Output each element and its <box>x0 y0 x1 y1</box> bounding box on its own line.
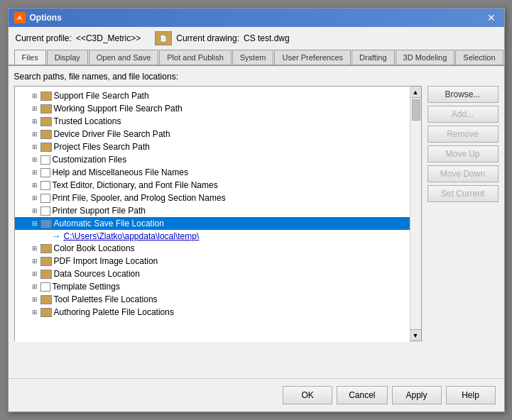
tree-item-help[interactable]: ⊞ Help and Miscellaneous File Names <box>15 166 410 179</box>
tree-container[interactable]: ⊞ Support File Search Path ⊞ Working Sup… <box>15 87 410 342</box>
tree-item-data[interactable]: ⊞ Data Sources Location <box>15 267 410 280</box>
tree-item-printer[interactable]: ⊞ Printer Support File Path <box>15 204 410 217</box>
tree-item-trusted[interactable]: ⊞ Trusted Locations <box>15 115 410 128</box>
tree-item-text[interactable]: ⊞ Text Editor, Dictionary, and Font File… <box>15 179 410 192</box>
label-text: Text Editor, Dictionary, and Font File N… <box>53 180 218 190</box>
tree-scrollbar[interactable]: ▲ ▼ <box>410 87 421 341</box>
tree-item-colorbook[interactable]: ⊞ Color Book Locations <box>15 242 410 255</box>
tree-item-toolpalettes[interactable]: ⊞ Tool Palettes File Locations <box>15 293 410 306</box>
folder-icon-project <box>40 143 52 152</box>
tab-files[interactable]: Files <box>14 50 46 66</box>
label-support: Support File Search Path <box>54 91 149 101</box>
label-template: Template Settings <box>53 282 120 292</box>
expand-icon-template[interactable]: ⊞ <box>29 281 40 292</box>
tab-system[interactable]: System <box>232 50 274 65</box>
current-profile-section: Current profile: <<C3D_Metric>> <box>16 33 141 43</box>
tab-drafting[interactable]: Drafting <box>352 50 395 65</box>
expand-icon-custom[interactable]: ⊞ <box>29 154 40 165</box>
tab-open-save[interactable]: Open and Save <box>89 50 158 65</box>
button-panel: Browse... Add... Remove Move Up Move Dow… <box>427 86 499 367</box>
current-profile-label: Current profile: <box>16 33 72 43</box>
autosave-path-value: C:\Users\Zlatko\appdata\local\temp\ <box>64 231 200 241</box>
set-current-button[interactable]: Set Current <box>427 185 499 202</box>
current-drawing-label: Current drawing: <box>176 33 239 43</box>
expand-icon-print[interactable]: ⊞ <box>29 192 40 204</box>
label-authoring: Authoring Palette File Locations <box>54 307 174 317</box>
move-down-button[interactable]: Move Down <box>427 165 499 182</box>
tree-item-working[interactable]: ⊞ Working Support File Search Path <box>15 102 410 115</box>
label-print: Print File, Spooler, and Prolog Section … <box>53 193 226 203</box>
tree-item-device[interactable]: ⊞ Device Driver File Search Path <box>15 128 410 140</box>
folder-icon-trusted <box>40 117 52 126</box>
ok-button[interactable]: OK <box>283 386 332 404</box>
drawing-icon: 📄 <box>155 31 172 45</box>
tree-item-pdf[interactable]: ⊞ PDF Import Image Location <box>15 255 410 267</box>
tabs-bar: Files Display Open and Save Plot and Pub… <box>9 50 504 66</box>
expand-icon-help[interactable]: ⊞ <box>29 167 40 178</box>
titlebar-left: A Options <box>14 12 62 23</box>
tab-3d-modeling[interactable]: 3D Modeling <box>396 50 455 65</box>
file-icon-printer <box>40 206 50 216</box>
expand-icon-toolpalettes[interactable]: ⊞ <box>29 294 40 305</box>
expand-icon-device[interactable]: ⊞ <box>29 128 40 140</box>
label-custom: Customization Files <box>53 155 127 165</box>
tree-item-autosave-path[interactable]: → C:\Users\Zlatko\appdata\local\temp\ <box>15 230 410 242</box>
label-data: Data Sources Location <box>54 269 140 279</box>
apply-button[interactable]: Apply <box>392 386 442 404</box>
app-icon: A <box>14 12 26 23</box>
tab-plot-publish[interactable]: Plot and Publish <box>159 50 232 65</box>
label-colorbook: Color Book Locations <box>54 243 135 253</box>
label-device: Device Driver File Search Path <box>54 129 170 139</box>
tree-item-support[interactable]: ⊞ Support File Search Path <box>15 89 410 102</box>
file-icon-text <box>40 181 50 190</box>
move-up-button[interactable]: Move Up <box>427 145 499 162</box>
expand-icon-text[interactable]: ⊞ <box>29 179 40 191</box>
profile-bar: Current profile: <<C3D_Metric>> 📄 Curren… <box>9 27 504 50</box>
expand-icon-printer[interactable]: ⊞ <box>29 205 40 216</box>
close-button[interactable]: ✕ <box>484 12 499 23</box>
tab-display[interactable]: Display <box>47 50 88 65</box>
file-icon-template <box>40 282 50 292</box>
label-help: Help and Miscellaneous File Names <box>53 167 188 177</box>
folder-icon-pdf <box>40 257 52 266</box>
folder-icon-device <box>40 130 52 139</box>
scroll-down-btn[interactable]: ▼ <box>410 329 421 341</box>
expand-icon-project[interactable]: ⊞ <box>29 141 40 153</box>
expand-icon-working[interactable]: ⊞ <box>29 103 40 114</box>
expand-icon-authoring[interactable]: ⊞ <box>29 306 40 318</box>
tree-item-project[interactable]: ⊞ Project Files Search Path <box>15 140 410 153</box>
tab-selection[interactable]: Selection <box>455 50 503 65</box>
label-printer: Printer Support File Path <box>53 206 146 216</box>
cancel-button[interactable]: Cancel <box>337 386 387 404</box>
label-pdf: PDF Import Image Location <box>54 256 158 266</box>
expand-icon-autosave[interactable]: ⊟ <box>29 218 40 229</box>
label-trusted: Trusted Locations <box>54 116 121 126</box>
expand-icon-support[interactable]: ⊞ <box>29 90 40 101</box>
help-button[interactable]: Help <box>446 386 496 404</box>
current-profile-value: <<C3D_Metric>> <box>76 33 141 43</box>
folder-icon-colorbook <box>40 244 52 253</box>
tree-item-custom[interactable]: ⊞ Customization Files <box>15 153 410 166</box>
tree-item-autosave[interactable]: ⊟ Automatic Save File Location <box>15 217 410 230</box>
tab-user-preferences[interactable]: User Preferences <box>274 50 351 65</box>
tree-item-template[interactable]: ⊞ Template Settings <box>15 280 410 293</box>
expand-icon-colorbook[interactable]: ⊞ <box>29 243 40 254</box>
folder-icon-support <box>40 92 52 101</box>
browse-button[interactable]: Browse... <box>427 86 499 103</box>
expand-icon-data[interactable]: ⊞ <box>29 268 40 280</box>
folder-icon-toolpalettes <box>40 295 52 304</box>
tree-item-print[interactable]: ⊞ Print File, Spooler, and Prolog Sectio… <box>15 192 410 204</box>
expand-icon-pdf[interactable]: ⊞ <box>29 255 40 267</box>
remove-button[interactable]: Remove <box>427 126 499 143</box>
tree-item-authoring[interactable]: ⊞ Authoring Palette File Locations <box>15 306 410 319</box>
scroll-thumb[interactable] <box>412 99 420 121</box>
current-drawing-section: 📄 Current drawing: CS test.dwg <box>155 31 289 45</box>
current-drawing-value: CS test.dwg <box>244 33 290 43</box>
folder-icon-autosave <box>40 219 52 228</box>
scroll-up-btn[interactable]: ▲ <box>410 87 421 98</box>
folder-icon-authoring <box>40 308 52 317</box>
add-button[interactable]: Add... <box>427 106 499 123</box>
expand-icon-trusted[interactable]: ⊞ <box>29 116 40 127</box>
label-autosave: Automatic Save File Location <box>54 219 164 228</box>
tree-panel: ⊞ Support File Search Path ⊞ Working Sup… <box>14 86 422 341</box>
